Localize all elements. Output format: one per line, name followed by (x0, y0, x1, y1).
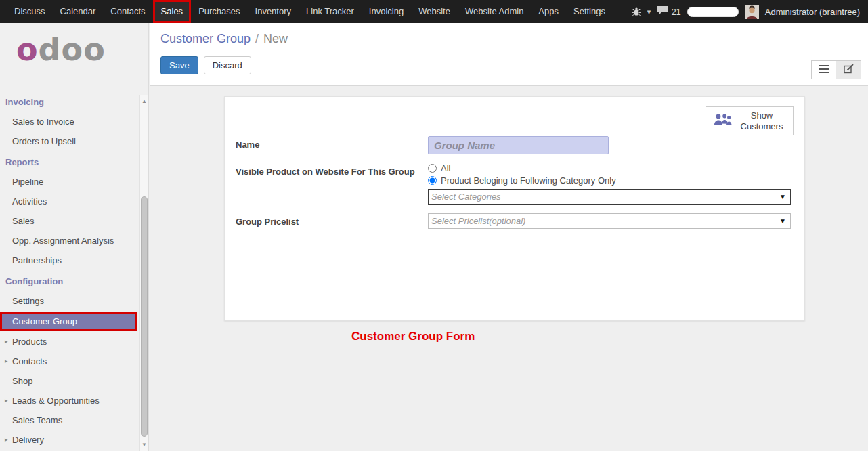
radio-category-label: Product Beloging to Following Category O… (441, 175, 616, 186)
radio-all-label: All (441, 163, 450, 173)
top-menu-website-admin[interactable]: Website Admin (458, 0, 531, 23)
top-menu-invoicing[interactable]: Invoicing (362, 0, 411, 23)
messages-indicator[interactable]: 21 (657, 6, 680, 17)
topbar-right-cluster: ▾ 21 Administrator (braintree) (632, 5, 868, 19)
sidebar-item-settings[interactable]: Settings (0, 291, 148, 311)
sidebar-item-contacts[interactable]: ▸ Contacts (0, 351, 148, 371)
expand-arrow-icon: ▸ (5, 338, 8, 345)
field-row-visibility: Visible Product on Website For This Grou… (236, 163, 791, 205)
breadcrumb-parent-link[interactable]: Customer Group (160, 32, 251, 45)
main-content: Customer Group/New Save Discard (150, 23, 868, 451)
debug-bug-icon[interactable] (632, 7, 641, 16)
chat-bubble-icon (657, 6, 668, 17)
form-view-button[interactable] (836, 60, 861, 79)
visibility-option-category[interactable]: Product Beloging to Following Category O… (428, 175, 791, 186)
show-customers-label: Show Customers (737, 110, 786, 131)
categories-select[interactable]: Select Categories ▼ (428, 189, 791, 205)
dropdown-caret-icon: ▼ (779, 193, 786, 200)
categories-select-placeholder: Select Categories (431, 192, 501, 202)
name-field-label: Name (236, 136, 428, 154)
top-menu-discuss[interactable]: Discuss (7, 0, 53, 23)
top-menu-purchases[interactable]: Purchases (191, 0, 247, 23)
sidebar-item-label: Leads & Opportunities (12, 395, 100, 406)
expand-arrow-icon: ▸ (5, 358, 8, 364)
sidebar: odoo Invoicing Sales to Invoice Orders t… (0, 23, 149, 451)
breadcrumb-separator: / (255, 32, 259, 45)
group-name-input[interactable] (428, 136, 609, 154)
breadcrumb: Customer Group/New (150, 23, 868, 46)
list-view-button[interactable] (811, 60, 836, 79)
annotation-caption: Customer Group Form (351, 330, 475, 343)
sidebar-section-invoicing: Invoicing (0, 91, 148, 112)
progress-pill (687, 7, 739, 17)
top-menu-link-tracker[interactable]: Link Tracker (299, 0, 362, 23)
sidebar-item-customer-group[interactable]: Customer Group (0, 312, 137, 331)
control-panel: Customer Group/New Save Discard (150, 23, 868, 86)
top-navbar: Discuss Calendar Contacts Sales Purchase… (0, 0, 868, 23)
top-menu-website[interactable]: Website (411, 0, 458, 23)
top-menu-apps[interactable]: Apps (531, 0, 566, 23)
sidebar-scrollbar: ▲ ▼ (139, 95, 148, 451)
sidebar-item-partnerships[interactable]: Partnerships (0, 251, 148, 270)
sidebar-item-products[interactable]: ▸ Products (0, 332, 148, 351)
field-row-name: Name (236, 136, 791, 154)
sidebar-item-delivery[interactable]: ▸ Delivery (0, 430, 148, 450)
sidebar-item-sales[interactable]: Sales (0, 211, 148, 231)
sidebar-item-sales-to-invoice[interactable]: Sales to Invoice (0, 112, 148, 131)
odoo-logo: odoo (0, 23, 148, 85)
breadcrumb-current: New (263, 32, 288, 45)
visibility-option-all[interactable]: All (428, 163, 791, 173)
sidebar-section-reports: Reports (0, 151, 148, 172)
top-menu-contacts[interactable]: Contacts (103, 0, 152, 23)
customer-group-form-card: Show Customers Name Visible Product on W… (224, 96, 805, 321)
sidebar-item-leads-opportunities[interactable]: ▸ Leads & Opportunities (0, 391, 148, 410)
pricelist-select-placeholder: Select Pricelist(optional) (431, 216, 525, 226)
messages-count: 21 (671, 7, 680, 17)
action-buttons: Save Discard (160, 56, 868, 74)
edit-pencil-icon (844, 64, 854, 77)
expand-arrow-icon: ▸ (5, 436, 8, 443)
sidebar-item-label: Products (12, 337, 47, 347)
visibility-field-label: Visible Product on Website For This Grou… (236, 163, 428, 205)
sidebar-item-pipeline[interactable]: Pipeline (0, 172, 148, 192)
avatar[interactable] (745, 5, 759, 19)
sidebar-item-shop[interactable]: Shop (0, 371, 148, 391)
scroll-up-arrow-icon[interactable]: ▲ (140, 98, 148, 106)
list-view-icon (819, 64, 829, 76)
save-button[interactable]: Save (160, 56, 198, 74)
sidebar-item-label: Contacts (12, 356, 47, 366)
sidebar-item-activities[interactable]: Activities (0, 192, 148, 211)
customers-group-icon (713, 113, 732, 129)
radio-category-only[interactable] (428, 176, 437, 185)
sidebar-item-label: Delivery (12, 435, 44, 445)
show-customers-button[interactable]: Show Customers (706, 106, 794, 135)
top-menu-calendar[interactable]: Calendar (53, 0, 104, 23)
top-menu-sales[interactable]: Sales (153, 0, 192, 23)
sidebar-item-sales-teams[interactable]: Sales Teams (0, 410, 148, 430)
scroll-down-arrow-icon[interactable]: ▼ (140, 441, 148, 449)
expand-arrow-icon: ▸ (5, 397, 8, 404)
sidebar-menu: Invoicing Sales to Invoice Orders to Ups… (0, 85, 148, 450)
dropdown-caret-icon: ▼ (779, 217, 786, 225)
sidebar-item-orders-to-upsell[interactable]: Orders to Upsell (0, 131, 148, 151)
top-menu-inventory[interactable]: Inventory (248, 0, 299, 23)
form-view-area: Show Customers Name Visible Product on W… (150, 86, 868, 343)
top-menu-settings[interactable]: Settings (566, 0, 613, 23)
caret-down-icon[interactable]: ▾ (647, 7, 651, 16)
field-row-pricelist: Group Pricelist Select Pricelist(optiona… (236, 213, 791, 229)
radio-all[interactable] (428, 164, 437, 173)
discard-button[interactable]: Discard (204, 56, 251, 74)
pricelist-select[interactable]: Select Pricelist(optional) ▼ (428, 213, 791, 229)
sidebar-item-opp-assignment-analysis[interactable]: Opp. Assignment Analysis (0, 231, 148, 251)
view-switcher (811, 60, 861, 79)
sidebar-section-configuration: Configuration (0, 270, 148, 291)
scrollbar-thumb[interactable] (141, 196, 148, 437)
pricelist-field-label: Group Pricelist (236, 213, 428, 229)
user-menu[interactable]: Administrator (braintree) (765, 7, 860, 17)
